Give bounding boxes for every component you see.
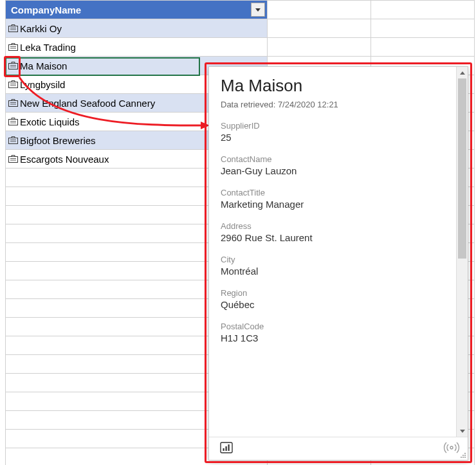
field-label: Address — [221, 221, 456, 231]
retrieved-prefix: Data retrieved: — [221, 100, 278, 109]
cell-value: Bigfoot Breweries — [20, 135, 96, 146]
record-icon — [8, 62, 18, 69]
record-icon — [8, 136, 18, 144]
record-icon — [8, 118, 18, 125]
svg-point-33 — [464, 453, 466, 454]
record-icon — [8, 24, 18, 32]
field-value: Montréal — [221, 266, 456, 277]
field-value: Marketing Manager — [221, 199, 456, 210]
scroll-up-button[interactable] — [457, 67, 468, 78]
svg-rect-19 — [9, 138, 18, 144]
cell-value: Ma Maison — [20, 60, 67, 71]
empty-cell[interactable] — [267, 38, 371, 57]
data-cell[interactable]: Leka Trading — [6, 38, 267, 56]
field-contactname: ContactName Jean-Guy Lauzon — [221, 154, 456, 176]
field-value: 25 — [221, 132, 456, 143]
svg-marker-0 — [255, 8, 261, 12]
chart-icon[interactable] — [219, 441, 233, 457]
field-value: H1J 1C3 — [221, 333, 456, 343]
svg-rect-13 — [9, 101, 18, 107]
svg-point-35 — [464, 455, 466, 456]
empty-cell[interactable] — [371, 1, 474, 19]
svg-point-34 — [462, 455, 464, 456]
card-retrieved-line: Data retrieved: 7/24/2020 12:21 — [221, 100, 456, 109]
svg-rect-16 — [9, 120, 18, 125]
field-supplierid: SupplierID 25 — [221, 121, 456, 143]
empty-cell[interactable] — [267, 19, 371, 38]
field-address: Address 2960 Rue St. Laurent — [221, 221, 456, 243]
data-type-card: Ma Maison Data retrieved: 7/24/2020 12:2… — [208, 66, 468, 460]
field-value: Québec — [221, 299, 456, 310]
resize-grip-icon[interactable] — [460, 452, 466, 459]
cell-value: Lyngbysild — [20, 79, 65, 90]
cell-value: Exotic Liquids — [20, 116, 80, 127]
svg-marker-26 — [460, 71, 465, 75]
field-label: SupplierID — [221, 121, 456, 131]
cell-value: Leka Trading — [20, 42, 76, 53]
record-icon — [8, 80, 18, 88]
record-icon — [8, 99, 18, 107]
svg-rect-7 — [9, 64, 18, 69]
svg-point-38 — [464, 457, 466, 458]
filter-dropdown-button[interactable] — [251, 3, 265, 17]
column-header-label: CompanyName — [11, 5, 81, 15]
svg-marker-27 — [460, 430, 465, 433]
empty-cell[interactable] — [267, 1, 371, 19]
svg-point-36 — [461, 457, 462, 458]
field-label: PostalCode — [221, 322, 456, 331]
field-label: Region — [221, 288, 456, 298]
record-icon — [8, 155, 18, 163]
column-header-companyname[interactable]: CompanyName — [6, 1, 268, 19]
svg-rect-4 — [9, 45, 18, 51]
field-city: City Montréal — [221, 255, 456, 277]
empty-cell[interactable] — [371, 19, 474, 38]
card-title: Ma Maison — [221, 76, 456, 96]
scroll-down-button[interactable] — [457, 425, 468, 437]
field-label: City — [221, 255, 456, 264]
field-contacttitle: ContactTitle Marketing Manager — [221, 188, 456, 210]
field-region: Region Québec — [221, 288, 456, 310]
data-cell[interactable]: Karkki Oy — [6, 19, 267, 37]
card-footer — [209, 437, 468, 460]
cell-value: New England Seafood Cannery — [20, 98, 155, 109]
svg-point-37 — [462, 457, 464, 458]
cell-value: Escargots Nouveaux — [20, 154, 109, 165]
field-label: ContactName — [221, 154, 456, 164]
svg-rect-31 — [228, 444, 230, 451]
field-label: ContactTitle — [221, 188, 456, 197]
scroll-track[interactable] — [457, 78, 468, 425]
broadcast-icon[interactable] — [443, 441, 460, 456]
card-scrollbar[interactable] — [456, 67, 468, 437]
svg-rect-22 — [9, 157, 18, 163]
svg-rect-29 — [223, 448, 224, 451]
record-icon — [8, 43, 18, 51]
svg-point-32 — [450, 446, 453, 449]
retrieved-value: 7/24/2020 12:21 — [278, 100, 338, 109]
scroll-thumb[interactable] — [458, 78, 466, 259]
field-value: 2960 Rue St. Laurent — [221, 232, 456, 243]
field-value: Jean-Guy Lauzon — [221, 165, 456, 176]
cell-value: Karkki Oy — [20, 23, 62, 34]
svg-rect-30 — [226, 446, 227, 451]
empty-cell[interactable] — [371, 38, 474, 57]
svg-rect-1 — [9, 26, 18, 32]
field-postalcode: PostalCode H1J 1C3 — [221, 322, 456, 343]
svg-rect-10 — [9, 82, 18, 88]
